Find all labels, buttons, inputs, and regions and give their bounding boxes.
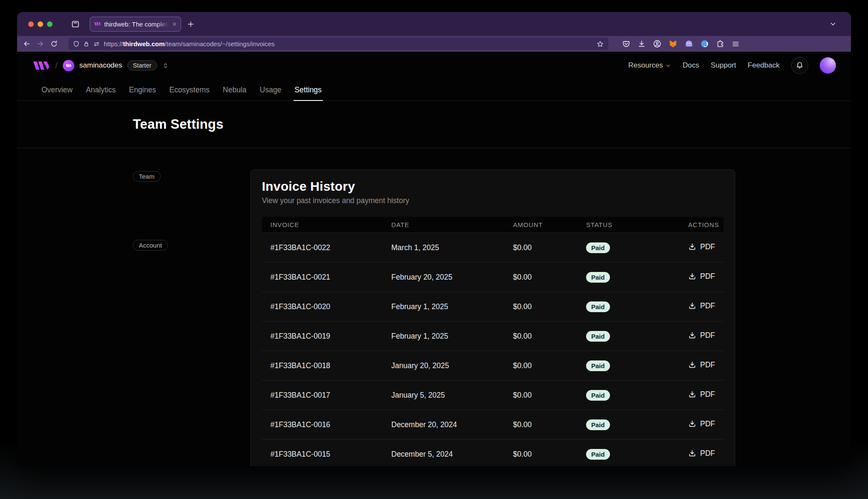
minimize-button[interactable] [38, 21, 43, 27]
download-pdf-button[interactable]: PDF [688, 301, 715, 310]
metamask-icon[interactable] [669, 40, 677, 48]
forward-button[interactable] [37, 40, 44, 47]
tab-ecosystems[interactable]: Ecosystems [164, 79, 214, 100]
sidebar-item-invoices[interactable] [133, 204, 250, 213]
invoice-id-cell: #1F33BA1C-0021 [262, 263, 383, 292]
tab-usage[interactable]: Usage [255, 79, 286, 100]
invoice-actions-cell: PDF [688, 263, 724, 292]
invoice-actions-cell: PDF [688, 322, 724, 351]
tab-overview[interactable]: Overview [37, 79, 77, 100]
invoice-status-cell: Paid [578, 322, 688, 351]
download-pdf-button[interactable]: PDF [688, 331, 715, 340]
page-banner: Team Settings [17, 101, 851, 148]
sidebar-item-credits[interactable] [133, 221, 250, 230]
phantom-icon[interactable] [685, 40, 693, 47]
header-nav-resources[interactable]: Resources [628, 61, 671, 70]
status-badge: Paid [586, 390, 610, 401]
invoice-actions-cell: PDF [688, 233, 724, 263]
site-header: / saminacodes Starter Resources Docs Sup… [17, 52, 851, 79]
new-tab-button[interactable] [187, 21, 194, 28]
invoice-table-row: #1F33BA1C-0019 February 1, 2025 $0.00 Pa… [262, 322, 724, 351]
invoice-actions-cell: PDF [688, 410, 724, 440]
download-pdf-button[interactable]: PDF [688, 419, 715, 428]
team-avatar[interactable] [63, 60, 74, 71]
account-icon[interactable] [653, 40, 661, 48]
download-icon [688, 390, 696, 399]
thirdweb-favicon [94, 21, 101, 27]
shield-icon[interactable] [73, 41, 79, 47]
invoice-amount-cell: $0.00 [504, 233, 578, 263]
sidebar-group: Account [133, 240, 250, 264]
permissions-icon[interactable] [93, 41, 100, 47]
reload-button[interactable] [50, 40, 58, 47]
lock-icon[interactable] [83, 41, 89, 47]
column-header-amount: AMOUNT [504, 217, 578, 233]
bookmark-star-icon[interactable] [597, 41, 604, 47]
sidebar-item-billing[interactable] [133, 195, 250, 204]
download-pdf-button[interactable]: PDF [688, 449, 715, 458]
zoom-button[interactable] [47, 21, 53, 27]
tab-close-icon[interactable] [172, 22, 177, 27]
status-badge: Paid [586, 419, 610, 430]
invoice-amount-cell: $0.00 [504, 263, 578, 292]
status-badge: Paid [586, 272, 610, 283]
extension-blue-icon[interactable] [701, 40, 709, 48]
invoice-actions-cell: PDF [688, 381, 724, 410]
invoice-id-cell: #1F33BA1C-0022 [262, 233, 383, 263]
invoice-table-row: #1F33BA1C-0022 March 1, 2025 $0.00 Paid … [262, 233, 724, 263]
browser-tab[interactable]: thirdweb: The complete web3 d [90, 17, 181, 32]
download-pdf-button[interactable]: PDF [688, 360, 715, 369]
thirdweb-logo[interactable] [32, 60, 50, 71]
tab-nebula[interactable]: Nebula [218, 79, 251, 100]
pocket-icon[interactable] [622, 40, 630, 48]
invoice-actions-cell: PDF [688, 292, 724, 322]
tab-analytics[interactable]: Analytics [81, 79, 120, 100]
sidebar-group-badge: Account [133, 240, 168, 251]
user-avatar[interactable] [820, 57, 836, 74]
invoice-table-row: #1F33BA1C-0016 December 20, 2024 $0.00 P… [262, 410, 724, 440]
page-title: Team Settings [133, 117, 223, 132]
status-badge: Paid [586, 242, 610, 253]
list-all-tabs-chevron-icon[interactable] [830, 21, 836, 27]
download-icon[interactable] [638, 40, 645, 48]
header-nav-support[interactable]: Support [711, 61, 736, 70]
column-header-date: DATE [383, 217, 504, 233]
column-header-actions: ACTIONS [688, 217, 724, 233]
browser-tab-bar: thirdweb: The complete web3 d [17, 12, 851, 36]
invoice-status-cell: Paid [578, 440, 688, 467]
team-name[interactable]: saminacodes [79, 61, 122, 70]
invoice-history-card: Invoice History View your past invoices … [250, 169, 735, 466]
header-nav-feedback[interactable]: Feedback [748, 61, 780, 70]
sidebar-item-members[interactable] [133, 213, 250, 221]
invoice-table-row: #1F33BA1C-0015 December 5, 2024 $0.00 Pa… [262, 440, 724, 467]
download-icon [688, 449, 696, 458]
extensions-puzzle-icon[interactable] [716, 40, 724, 48]
back-button[interactable] [23, 40, 30, 47]
menu-icon[interactable] [732, 40, 739, 48]
page-content: Team Account Invoice History View your p… [17, 148, 851, 466]
browser-window: thirdweb: The complete web3 d [17, 12, 851, 466]
firefox-view-icon[interactable] [71, 20, 79, 28]
sidebar-item-my-notifications[interactable] [133, 256, 250, 264]
invoice-id-cell: #1F33BA1C-0019 [262, 322, 383, 351]
status-badge: Paid [586, 449, 610, 460]
invoice-status-cell: Paid [578, 410, 688, 440]
download-pdf-button[interactable]: PDF [688, 242, 715, 251]
invoice-date-cell: February 20, 2025 [383, 263, 504, 292]
invoice-status-cell: Paid [578, 351, 688, 381]
plan-badge: Starter [127, 60, 157, 71]
tab-settings[interactable]: Settings [290, 79, 326, 100]
column-header-status: STATUS [578, 217, 688, 233]
invoice-amount-cell: $0.00 [504, 351, 578, 381]
sidebar-item-general[interactable] [133, 187, 250, 195]
close-button[interactable] [28, 21, 34, 27]
invoice-amount-cell: $0.00 [504, 292, 578, 322]
tab-engines[interactable]: Engines [124, 79, 161, 100]
url-input[interactable]: https://thirdweb.com/team/saminacodes/~/… [68, 38, 608, 50]
download-pdf-button[interactable]: PDF [688, 390, 715, 399]
team-switcher-icon[interactable] [162, 62, 169, 69]
header-nav-docs[interactable]: Docs [683, 61, 699, 70]
notifications-button[interactable] [791, 57, 808, 74]
settings-sidebar: Team Account [133, 169, 250, 264]
download-pdf-button[interactable]: PDF [688, 272, 715, 281]
